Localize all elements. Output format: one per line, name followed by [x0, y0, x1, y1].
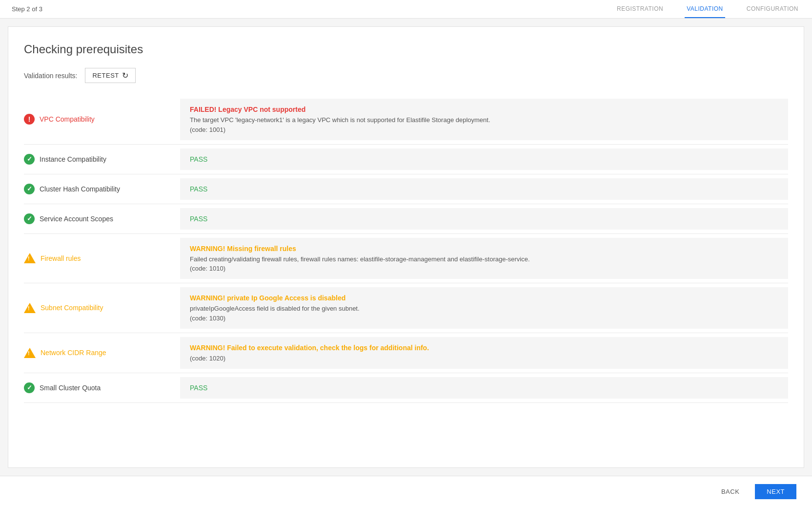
check-label-service-account-scopes: Service Account Scopes	[40, 215, 113, 223]
check-row-instance-compatibility: Instance CompatibilityPASS	[24, 145, 788, 174]
check-label-col-firewall-rules: Firewall rules	[24, 234, 180, 283]
result-code-vpc-compatibility: (code: 1001)	[190, 126, 778, 133]
check-result-small-cluster-quota: PASS	[180, 377, 788, 399]
check-label-small-cluster-quota: Small Cluster Quota	[40, 384, 101, 392]
result-code-firewall-rules: (code: 1010)	[190, 265, 778, 272]
nav-configuration[interactable]: CONFIGURATION	[745, 0, 800, 18]
result-detail-firewall-rules: Failed creating/validating firewall rule…	[190, 254, 778, 264]
check-result-cluster-hash-compatibility: PASS	[180, 178, 788, 200]
refresh-icon: ↻	[122, 71, 129, 80]
result-pass-cluster-hash-compatibility: PASS	[190, 185, 778, 193]
check-result-service-account-scopes: PASS	[180, 208, 788, 230]
check-row-small-cluster-quota: Small Cluster QuotaPASS	[24, 373, 788, 403]
result-detail-vpc-compatibility: The target VPC 'legacy-network1' is a le…	[190, 115, 778, 125]
warning-icon-firewall-rules	[24, 253, 36, 263]
result-pass-service-account-scopes: PASS	[190, 215, 778, 223]
result-pass-small-cluster-quota: PASS	[190, 384, 778, 392]
check-row-firewall-rules: Firewall rulesWARNING! Missing firewall …	[24, 234, 788, 284]
check-label-col-network-cidr-range: Network CIDR Range	[24, 333, 180, 373]
result-detail-subnet-compatibility: privateIpGoogleAccess field is disabled …	[190, 304, 778, 314]
check-label-subnet-compatibility: Subnet Compatibility	[41, 304, 103, 312]
validation-label: Validation results:	[24, 72, 77, 80]
warning-icon-network-cidr-range	[24, 348, 36, 358]
check-label-col-small-cluster-quota: Small Cluster Quota	[24, 373, 180, 402]
check-row-service-account-scopes: Service Account ScopesPASS	[24, 204, 788, 234]
check-label-col-cluster-hash-compatibility: Cluster Hash Compatibility	[24, 174, 180, 204]
success-icon-cluster-hash-compatibility	[24, 184, 35, 194]
result-title-vpc-compatibility: FAILED! Legacy VPC not supported	[190, 106, 778, 113]
page-title: Checking prerequisites	[24, 42, 788, 56]
retest-label: RETEST	[92, 72, 119, 79]
retest-button[interactable]: RETEST ↻	[85, 68, 136, 83]
check-result-firewall-rules: WARNING! Missing firewall rulesFailed cr…	[180, 238, 788, 279]
check-result-vpc-compatibility: FAILED! Legacy VPC not supportedThe targ…	[180, 99, 788, 140]
main-content: Checking prerequisites Validation result…	[8, 26, 804, 468]
result-code-subnet-compatibility: (code: 1030)	[190, 315, 778, 322]
check-label-col-instance-compatibility: Instance Compatibility	[24, 145, 180, 174]
check-label-col-service-account-scopes: Service Account Scopes	[24, 204, 180, 233]
result-code-network-cidr-range: (code: 1020)	[190, 355, 778, 362]
result-title-network-cidr-range: WARNING! Failed to execute validation, c…	[190, 344, 778, 352]
check-row-cluster-hash-compatibility: Cluster Hash CompatibilityPASS	[24, 174, 788, 204]
check-result-instance-compatibility: PASS	[180, 148, 788, 170]
check-label-col-subnet-compatibility: Subnet Compatibility	[24, 283, 180, 333]
nav-registration[interactable]: REGISTRATION	[615, 0, 665, 18]
result-title-subnet-compatibility: WARNING! private Ip Google Access is dis…	[190, 294, 778, 302]
success-icon-service-account-scopes	[24, 213, 35, 224]
check-label-cluster-hash-compatibility: Cluster Hash Compatibility	[40, 185, 120, 193]
check-result-subnet-compatibility: WARNING! private Ip Google Access is dis…	[180, 287, 788, 329]
topbar-nav: REGISTRATION VALIDATION CONFIGURATION	[615, 0, 800, 18]
check-label-instance-compatibility: Instance Compatibility	[40, 155, 106, 163]
check-label-col-vpc-compatibility: VPC Compatibility	[24, 95, 180, 144]
error-icon-vpc-compatibility	[24, 114, 35, 125]
result-title-firewall-rules: WARNING! Missing firewall rules	[190, 245, 778, 253]
check-list: VPC CompatibilityFAILED! Legacy VPC not …	[24, 95, 788, 403]
step-label: Step 2 of 3	[12, 5, 42, 13]
validation-header: Validation results: RETEST ↻	[24, 68, 788, 83]
check-label-network-cidr-range: Network CIDR Range	[41, 349, 106, 357]
check-row-vpc-compatibility: VPC CompatibilityFAILED! Legacy VPC not …	[24, 95, 788, 145]
nav-validation[interactable]: VALIDATION	[685, 0, 725, 18]
success-icon-instance-compatibility	[24, 154, 35, 165]
check-row-network-cidr-range: Network CIDR RangeWARNING! Failed to exe…	[24, 333, 788, 373]
warning-icon-subnet-compatibility	[24, 303, 36, 313]
back-button[interactable]: BACK	[711, 484, 749, 499]
check-label-vpc-compatibility: VPC Compatibility	[40, 115, 95, 123]
check-label-firewall-rules: Firewall rules	[41, 254, 81, 262]
topbar: Step 2 of 3 REGISTRATION VALIDATION CONF…	[0, 0, 812, 19]
bottom-bar: BACK NEXT	[0, 476, 812, 507]
check-row-subnet-compatibility: Subnet CompatibilityWARNING! private Ip …	[24, 283, 788, 333]
success-icon-small-cluster-quota	[24, 382, 35, 393]
result-pass-instance-compatibility: PASS	[190, 155, 778, 163]
check-result-network-cidr-range: WARNING! Failed to execute validation, c…	[180, 337, 788, 369]
next-button[interactable]: NEXT	[755, 484, 796, 499]
